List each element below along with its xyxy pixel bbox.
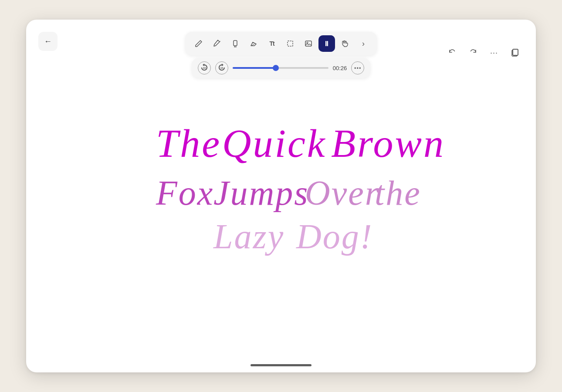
pen-icon bbox=[213, 39, 221, 48]
rewind-forward-button[interactable]: 10 bbox=[215, 61, 228, 74]
pencil-tool-button[interactable] bbox=[190, 35, 207, 52]
svg-text:10: 10 bbox=[220, 67, 223, 69]
svg-point-3 bbox=[307, 42, 308, 44]
toolbar-area: ← bbox=[26, 32, 536, 51]
rewind-back-button[interactable]: 10 bbox=[198, 61, 211, 74]
selection-tool-button[interactable] bbox=[282, 35, 298, 52]
pencil-icon bbox=[194, 39, 203, 48]
svg-text:Over: Over bbox=[305, 174, 380, 212]
tool-row: Tt bbox=[185, 32, 377, 55]
audio-icon bbox=[322, 39, 331, 48]
pen-tool-button[interactable] bbox=[209, 35, 225, 52]
tablet-frame: ← bbox=[26, 20, 536, 372]
more-tools-button[interactable]: › bbox=[355, 35, 372, 52]
svg-rect-2 bbox=[305, 41, 311, 46]
svg-rect-1 bbox=[288, 41, 293, 46]
marker-tool-button[interactable] bbox=[227, 35, 244, 52]
svg-text:The: The bbox=[156, 121, 221, 166]
pages-button[interactable] bbox=[506, 44, 524, 61]
undo-icon bbox=[447, 48, 457, 57]
svg-text:Brown: Brown bbox=[331, 121, 445, 166]
audio-progress-track[interactable] bbox=[233, 67, 328, 69]
undo-button[interactable] bbox=[444, 44, 461, 61]
svg-rect-4 bbox=[325, 41, 327, 46]
rewind-forward-icon: 10 bbox=[217, 63, 227, 73]
text-tool-icon: Tt bbox=[269, 40, 274, 47]
svg-text:Quick: Quick bbox=[222, 121, 327, 166]
audio-control-row: 10 10 bbox=[192, 58, 371, 78]
audio-more-icon: ••• bbox=[354, 65, 362, 71]
back-button[interactable]: ← bbox=[38, 32, 58, 51]
svg-text:Lazy: Lazy bbox=[213, 217, 284, 256]
text-tool-button[interactable]: Tt bbox=[264, 35, 280, 52]
selection-icon bbox=[286, 39, 295, 48]
svg-rect-9 bbox=[513, 49, 518, 55]
audio-tool-button[interactable] bbox=[318, 35, 335, 52]
share-button[interactable]: ··· bbox=[485, 44, 503, 61]
eraser-icon bbox=[249, 39, 258, 48]
back-arrow-icon: ← bbox=[44, 37, 52, 46]
svg-rect-5 bbox=[327, 41, 328, 46]
chevron-right-icon: › bbox=[362, 39, 365, 48]
redo-button[interactable] bbox=[464, 44, 482, 61]
right-toolbar: ··· bbox=[444, 44, 524, 61]
audio-more-button[interactable]: ••• bbox=[351, 61, 364, 74]
svg-text:10: 10 bbox=[203, 67, 206, 69]
svg-text:the: the bbox=[375, 174, 421, 212]
image-tool-button[interactable] bbox=[300, 35, 317, 52]
share-icon: ··· bbox=[490, 48, 498, 57]
svg-text:Fox: Fox bbox=[156, 174, 214, 212]
audio-time-label: 00:26 bbox=[333, 65, 347, 71]
rewind-back-icon: 10 bbox=[200, 63, 209, 73]
marker-icon bbox=[231, 39, 240, 48]
audio-progress-fill bbox=[233, 67, 276, 69]
center-toolbar: Tt bbox=[185, 32, 377, 78]
image-icon bbox=[304, 39, 313, 48]
hand-icon bbox=[341, 39, 349, 48]
svg-rect-0 bbox=[234, 41, 237, 46]
pages-icon bbox=[510, 48, 520, 57]
svg-text:Jumps: Jumps bbox=[213, 174, 309, 212]
handoff-tool-button[interactable] bbox=[337, 35, 353, 52]
redo-icon bbox=[468, 48, 478, 57]
svg-text:Dog!: Dog! bbox=[296, 217, 373, 256]
eraser-tool-button[interactable] bbox=[245, 35, 262, 52]
home-indicator bbox=[251, 364, 311, 366]
audio-progress-thumb bbox=[273, 65, 279, 71]
